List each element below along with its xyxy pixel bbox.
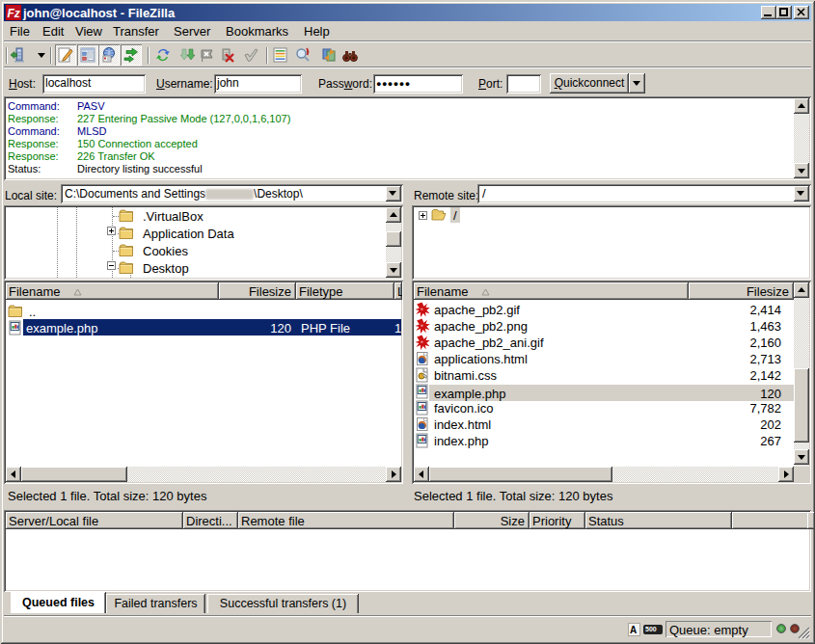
svg-text:Fz: Fz — [8, 7, 20, 20]
